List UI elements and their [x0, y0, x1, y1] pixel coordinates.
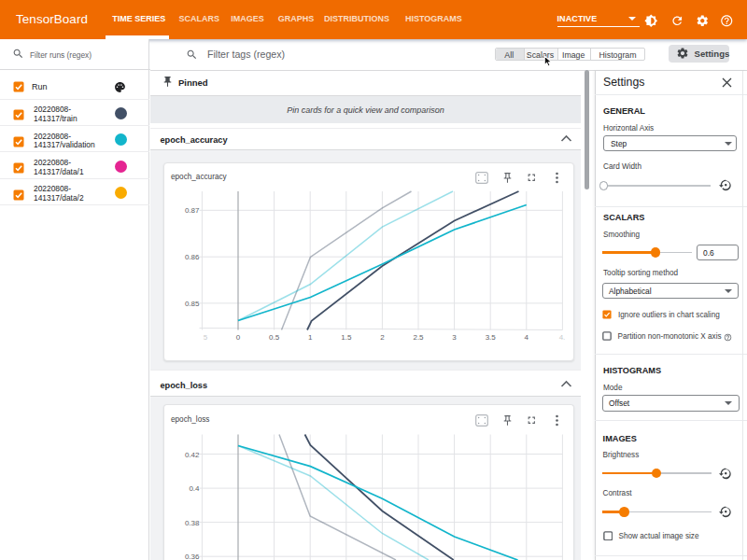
- svg-text:0.38: 0.38: [185, 519, 200, 527]
- svg-text:0.87: 0.87: [185, 206, 200, 215]
- svg-text:3.5: 3.5: [486, 333, 497, 342]
- svg-text:3: 3: [452, 333, 457, 342]
- svg-text:0.36: 0.36: [185, 553, 200, 560]
- svg-text:4: 4: [525, 333, 529, 342]
- svg-text:0.5: 0.5: [269, 333, 280, 342]
- svg-text:4.: 4.: [559, 333, 566, 342]
- svg-text:1: 1: [308, 333, 313, 342]
- svg-text:1.5: 1.5: [341, 333, 352, 342]
- svg-text:0: 0: [236, 333, 241, 342]
- svg-text:0.86: 0.86: [185, 253, 200, 261]
- svg-text:0.42: 0.42: [185, 451, 200, 459]
- svg-text:0.85: 0.85: [185, 300, 200, 308]
- svg-text:2: 2: [380, 333, 385, 342]
- svg-text:0.4: 0.4: [189, 484, 200, 493]
- svg-text:5: 5: [204, 333, 208, 342]
- svg-text:2.5: 2.5: [413, 333, 424, 342]
